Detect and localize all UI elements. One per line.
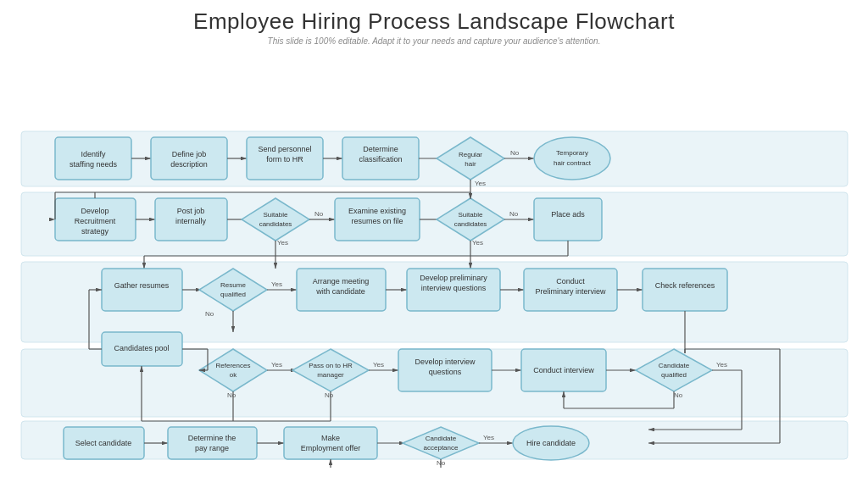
page-subtitle: This slide is 100% editable. Adapt it to…	[17, 36, 851, 46]
svg-text:Suitable: Suitable	[459, 211, 483, 219]
svg-text:No: No	[510, 149, 520, 157]
svg-text:form to HR: form to HR	[266, 155, 303, 164]
svg-text:Yes: Yes	[277, 239, 288, 247]
svg-text:Gather resumes: Gather resumes	[114, 281, 170, 290]
svg-text:interview questions: interview questions	[421, 284, 487, 292]
svg-text:acceptance: acceptance	[424, 444, 459, 452]
svg-text:Regular: Regular	[459, 151, 482, 158]
svg-text:Yes: Yes	[475, 180, 486, 187]
svg-text:Select candidate: Select candidate	[75, 439, 132, 447]
svg-text:Examine existing: Examine existing	[348, 207, 406, 215]
svg-text:No: No	[205, 310, 214, 318]
svg-text:Identify: Identify	[81, 150, 106, 158]
svg-text:Preliminary interview: Preliminary interview	[535, 287, 606, 296]
svg-text:Candidate: Candidate	[659, 362, 690, 369]
svg-text:Conduct: Conduct	[556, 277, 585, 286]
svg-text:hair: hair	[465, 160, 476, 168]
svg-text:Determine the: Determine the	[188, 434, 236, 442]
svg-text:classification: classification	[359, 155, 402, 164]
svg-text:Determine: Determine	[363, 145, 398, 153]
svg-text:Place ads: Place ads	[551, 210, 585, 219]
svg-text:Candidate: Candidate	[426, 435, 457, 442]
svg-text:Yes: Yes	[271, 280, 282, 288]
svg-text:pay range: pay range	[195, 444, 229, 452]
svg-text:No: No	[325, 391, 334, 399]
svg-text:Send personnel: Send personnel	[258, 145, 311, 153]
svg-text:qualified: qualified	[661, 371, 687, 379]
svg-text:strategy: strategy	[81, 227, 109, 236]
svg-text:Develop interview: Develop interview	[415, 358, 476, 366]
svg-text:Candidates pool: Candidates pool	[114, 344, 169, 352]
flowchart: Identify staffing needs Define job descr…	[17, 53, 851, 468]
svg-text:No: No	[314, 210, 324, 218]
svg-rect-139	[284, 427, 377, 459]
svg-point-27	[534, 137, 610, 180]
svg-text:Define job: Define job	[172, 150, 207, 158]
svg-text:Check references: Check references	[655, 281, 715, 290]
svg-text:qualified: qualified	[220, 291, 246, 298]
svg-text:with candidate: with candidate	[315, 287, 365, 296]
svg-text:Make: Make	[321, 434, 340, 442]
svg-text:ok: ok	[230, 371, 237, 379]
svg-text:Temporary: Temporary	[556, 149, 588, 157]
svg-text:No: No	[509, 210, 519, 218]
svg-text:Yes: Yes	[373, 361, 384, 369]
svg-text:Hire candidate: Hire candidate	[526, 439, 576, 447]
svg-text:No: No	[674, 391, 683, 399]
svg-text:Yes: Yes	[472, 239, 483, 247]
svg-text:Employment offer: Employment offer	[301, 444, 360, 452]
svg-text:References: References	[216, 362, 251, 369]
svg-rect-2	[21, 192, 848, 256]
svg-text:No: No	[227, 391, 236, 399]
svg-text:Resume: Resume	[220, 281, 246, 289]
svg-text:description: description	[170, 160, 208, 169]
svg-rect-55	[534, 198, 602, 241]
svg-text:Recruitment: Recruitment	[75, 217, 116, 225]
svg-text:Pass on to HR: Pass on to HR	[309, 362, 353, 369]
svg-text:Yes: Yes	[716, 361, 727, 369]
svg-text:Arrange meeting: Arrange meeting	[313, 277, 370, 286]
svg-rect-135	[168, 427, 257, 459]
svg-text:Post job: Post job	[177, 207, 205, 215]
svg-text:manager: manager	[317, 371, 344, 379]
svg-text:Yes: Yes	[271, 361, 282, 369]
svg-text:Yes: Yes	[483, 434, 494, 441]
svg-text:internally: internally	[175, 217, 207, 225]
svg-text:Suitable: Suitable	[264, 211, 288, 219]
page-title: Employee Hiring Process Landscape Flowch…	[17, 8, 851, 35]
svg-text:Conduct interview: Conduct interview	[533, 366, 594, 374]
svg-text:candidates: candidates	[259, 220, 292, 228]
svg-text:Develop preliminary: Develop preliminary	[420, 274, 487, 282]
svg-text:resumes on file: resumes on file	[351, 217, 403, 225]
page: Employee Hiring Process Landscape Flowch…	[0, 0, 868, 488]
svg-text:Develop: Develop	[81, 207, 108, 215]
svg-text:candidates: candidates	[454, 220, 487, 228]
svg-text:questions: questions	[429, 368, 462, 376]
svg-text:staffing needs: staffing needs	[70, 160, 117, 169]
svg-text:hair contract: hair contract	[554, 159, 592, 167]
